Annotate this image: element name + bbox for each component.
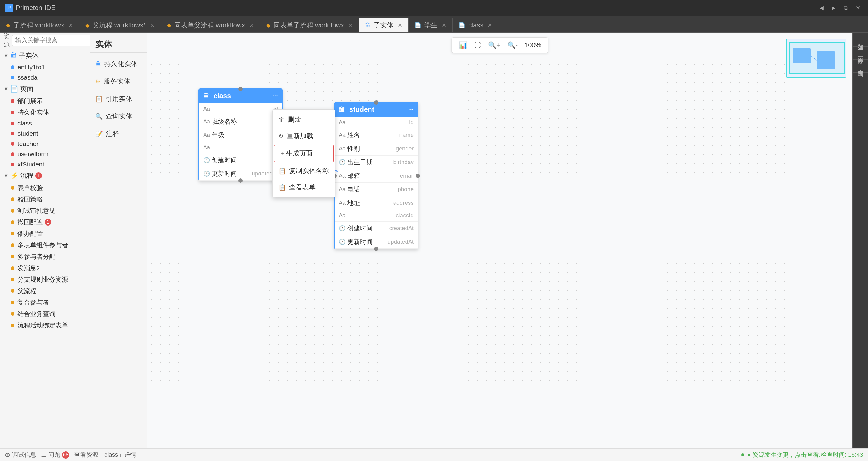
statusbar: ⚙ 调试信息 ☰ 问题 68 查看资源「class」详情 ● 资源发生变更，点击… bbox=[0, 448, 868, 461]
tab-student-close[interactable]: ✕ bbox=[442, 22, 446, 29]
sidebar-item-xfstudent[interactable]: xfStudent bbox=[0, 159, 90, 170]
class-field-createdat-name: 创建时间 bbox=[212, 156, 245, 164]
dot-parent-flow bbox=[11, 289, 14, 293]
rp-third-party[interactable]: 三方服务 bbox=[852, 47, 868, 60]
tab-subflow-label: 子流程.workflowx bbox=[13, 21, 64, 30]
student-right-connector[interactable] bbox=[416, 174, 420, 178]
sidebar-item-multi-assign[interactable]: 多参与者分配 bbox=[0, 251, 90, 262]
class-field-id: Aa id bbox=[199, 103, 282, 115]
student-field-birthday-value: birthday bbox=[380, 159, 414, 165]
class-entity-card[interactable]: 🏛 class ··· Aa id Aa 班级名称 Aa 年级 A bbox=[198, 88, 283, 181]
query-entity-type[interactable]: 🔍 查询实体 bbox=[90, 107, 147, 125]
tab-subflow[interactable]: ◆ 子流程.workflowx ✕ bbox=[0, 19, 79, 32]
sidebar-item-persist-entity[interactable]: 持久化实体 bbox=[0, 107, 90, 118]
sidebar-item-rollback[interactable]: 驳回策略 bbox=[0, 193, 90, 205]
tab-subentity-close[interactable]: ✕ bbox=[398, 22, 402, 29]
sidebar-item-flow-bind[interactable]: 流程活动绑定表单 bbox=[0, 319, 90, 331]
persist-entity-type[interactable]: 🏛 持久化实体 bbox=[90, 55, 147, 73]
tab-class-close[interactable]: ✕ bbox=[488, 22, 492, 29]
sidebar-item-table-validate[interactable]: 表单校验 bbox=[0, 182, 90, 193]
ctx-delete[interactable]: 🗑 删除 bbox=[273, 112, 335, 128]
sidebar-section-flow[interactable]: ▼ ⚡ 流程 1 bbox=[0, 170, 90, 182]
tab-parentflow-close[interactable]: ✕ bbox=[150, 22, 155, 29]
sidebar-item-teacher[interactable]: teacher bbox=[0, 139, 90, 149]
sidebar-item-entity1to1[interactable]: entity1to1 bbox=[0, 62, 90, 72]
sidebar-item-userwlform[interactable]: userwlform bbox=[0, 149, 90, 159]
toolbar-fit[interactable]: ⛶ bbox=[473, 40, 482, 50]
tab-student[interactable]: 📄 学生 ✕ bbox=[408, 19, 453, 32]
resource-change-text[interactable]: ● 资源发生变更，点击查看.检查时间: 15:43 bbox=[747, 451, 863, 459]
debug-info-btn[interactable]: ⚙ 调试信息 bbox=[5, 451, 36, 459]
rollback-label: 驳回策略 bbox=[18, 195, 43, 204]
class-field-grade-name: 年级 bbox=[212, 131, 245, 139]
class-card-menu[interactable]: ··· bbox=[273, 92, 278, 100]
tab-sametable-parent-close[interactable]: ✕ bbox=[249, 22, 254, 29]
student-field-email-type: Aa bbox=[339, 173, 345, 179]
sidebar-item-complex-assign[interactable]: 复合参与者 bbox=[0, 297, 90, 308]
sidebar-item-proxy[interactable]: 催办配置 bbox=[0, 228, 90, 239]
right-side-panel: 数据源 三方服务 命名查询 bbox=[852, 33, 868, 448]
win-restore-btn[interactable]: ⧉ bbox=[840, 2, 851, 13]
sidebar-item-student[interactable]: student bbox=[0, 128, 90, 139]
canvas[interactable]: 📊 ⛶ 🔍+ 🔍- 100% n 🏛 class ··· bbox=[147, 33, 852, 448]
tab-sametable-sub[interactable]: ◆ 同表单子流程.workflowx ✕ bbox=[260, 19, 360, 32]
tab-subflow-close[interactable]: ✕ bbox=[68, 22, 73, 29]
class-bottom-connector[interactable] bbox=[239, 179, 243, 183]
toolbar-bar-chart[interactable]: 📊 bbox=[458, 40, 468, 50]
ctx-generate-page[interactable]: + 生成页面 bbox=[274, 145, 334, 162]
student-field-gender-type: Aa bbox=[339, 146, 345, 152]
student-top-connector[interactable] bbox=[374, 100, 378, 104]
sidebar-section-page[interactable]: ▼ 📄 页面 bbox=[0, 83, 90, 95]
ref-icon: 📋 bbox=[95, 95, 103, 102]
sidebar-search-input[interactable] bbox=[12, 35, 90, 46]
toolbar-zoom-in[interactable]: 🔍+ bbox=[487, 40, 501, 50]
tab-sametable-sub-close[interactable]: ✕ bbox=[348, 22, 353, 29]
sidebar-section-entity[interactable]: ▼ 🏛 子实体 bbox=[0, 50, 90, 62]
student-bottom-connector[interactable] bbox=[374, 247, 378, 251]
note-label: 注释 bbox=[106, 129, 119, 139]
sidebar-item-branch-rule[interactable]: 分支规则业务资源 bbox=[0, 274, 90, 285]
send-msg2-label: 发消息2 bbox=[18, 264, 40, 272]
dot-send-msg2 bbox=[11, 266, 14, 270]
canvas-toolbar: 📊 ⛶ 🔍+ 🔍- 100% bbox=[451, 37, 548, 53]
ctx-view-table[interactable]: 📋 查看表单 bbox=[273, 179, 335, 195]
win-close-btn[interactable]: ✕ bbox=[852, 2, 863, 13]
ctx-copy-label: 复制实体名称 bbox=[289, 166, 329, 176]
issues-btn[interactable]: ☰ 问题 68 bbox=[41, 451, 69, 459]
sidebar-item-multi-table[interactable]: 多表单组件参与者 bbox=[0, 239, 90, 251]
sidebar-item-dept-display[interactable]: 部门展示 bbox=[0, 95, 90, 107]
note-type[interactable]: 📝 注释 bbox=[90, 125, 147, 143]
win-back-btn[interactable]: ◀ bbox=[816, 2, 827, 13]
ctx-copy-name[interactable]: 📋 复制实体名称 bbox=[273, 163, 335, 179]
sidebar-item-ssasda[interactable]: ssasda bbox=[0, 72, 90, 83]
sidebar-item-send-msg2[interactable]: 发消息2 bbox=[0, 262, 90, 274]
sidebar-item-combine-query[interactable]: 结合业务查询 bbox=[0, 308, 90, 319]
tab-parentflow[interactable]: ◆ 父流程.workflowx* ✕ bbox=[79, 19, 161, 32]
rp-named-query[interactable]: 命名查询 bbox=[852, 60, 868, 73]
win-forward-btn[interactable]: ▶ bbox=[828, 2, 839, 13]
statusbar-left: ⚙ 调试信息 ☰ 问题 68 查看资源「class」详情 bbox=[5, 451, 136, 459]
flow-section-badge: 1 bbox=[35, 173, 42, 179]
sidebar-item-class[interactable]: class bbox=[0, 118, 90, 128]
student-field-id-value: id bbox=[380, 119, 414, 126]
issues-count: 68 bbox=[62, 451, 69, 459]
student-field-name: Aa 姓名 name bbox=[335, 128, 418, 142]
sidebar-item-revoke[interactable]: 撤回配置 1 bbox=[0, 216, 90, 228]
ref-entity-type[interactable]: 📋 引用实体 bbox=[90, 90, 147, 107]
sidebar-item-test-approve[interactable]: 测试审批意见 bbox=[0, 205, 90, 216]
student-label: student bbox=[18, 130, 38, 137]
dot-revoke bbox=[11, 220, 14, 224]
class-top-connector[interactable] bbox=[239, 87, 243, 91]
service-entity-type[interactable]: ⚙ 服务实体 bbox=[90, 73, 147, 90]
tab-subentity-label: 子实体 bbox=[374, 21, 394, 30]
student-entity-card[interactable]: 🏛 student ··· Aa id Aa 姓名 name Aa 性别 gen… bbox=[334, 102, 418, 249]
student-card-menu[interactable]: ··· bbox=[408, 106, 414, 114]
student-field-createdat-value: createdAt bbox=[380, 225, 414, 232]
sidebar-item-parent-flow[interactable]: 父流程 bbox=[0, 285, 90, 297]
tab-sametable-parent[interactable]: ◆ 同表单父流程.workflowx ✕ bbox=[161, 19, 260, 32]
tab-subentity[interactable]: 🏛 子实体 ✕ bbox=[359, 19, 408, 32]
toolbar-zoom-out[interactable]: 🔍- bbox=[506, 40, 519, 50]
tab-class[interactable]: 📄 class ✕ bbox=[453, 19, 498, 32]
ctx-reload[interactable]: ↻ 重新加载 bbox=[273, 128, 335, 144]
rp-data-source[interactable]: 数据源 bbox=[852, 35, 868, 47]
